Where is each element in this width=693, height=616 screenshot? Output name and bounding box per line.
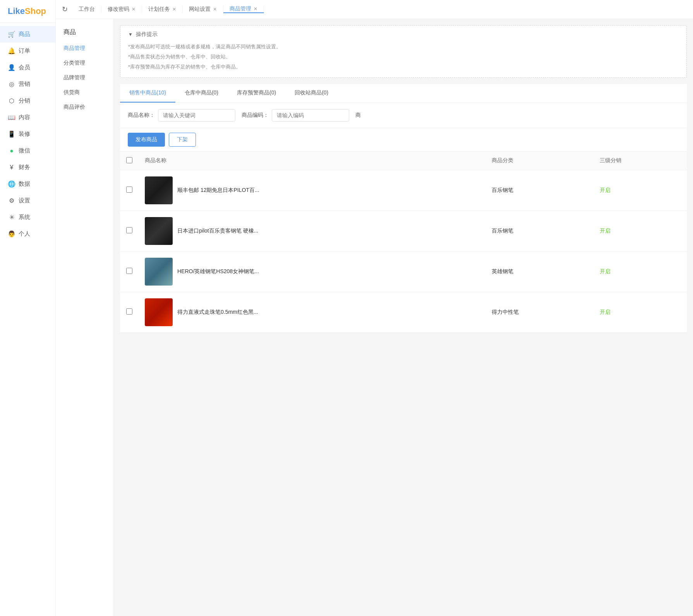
sidebar-item-goods[interactable]: 🛒 商品 xyxy=(0,26,55,43)
sidebar-item-data-label: 数据 xyxy=(19,180,30,188)
sidebar-item-finance-label: 财务 xyxy=(19,164,30,171)
chevron-down-icon: ▼ xyxy=(128,32,133,37)
data-icon: 🌐 xyxy=(8,180,15,188)
tab-change-password-close[interactable]: ✕ xyxy=(132,7,136,12)
tab-goods-management[interactable]: 商品管理 ✕ xyxy=(223,5,264,13)
row-checkbox-cell xyxy=(120,251,139,292)
refresh-button[interactable]: ↻ xyxy=(59,2,71,17)
row-category-1: 百乐钢笔 xyxy=(485,170,594,210)
product-image-4 xyxy=(145,298,173,326)
sub-nav-goods-review[interactable]: 商品评价 xyxy=(56,100,113,115)
select-all-checkbox[interactable] xyxy=(126,157,132,163)
product-tab-stock-warning[interactable]: 库存预警商品(0) xyxy=(228,84,285,103)
sidebar-item-orders-label: 订单 xyxy=(19,47,30,55)
search-extra-label: 商 xyxy=(355,112,361,119)
sidebar-item-decoration-label: 装修 xyxy=(19,130,30,138)
sidebar-item-decoration[interactable]: 📱 装修 xyxy=(0,126,55,142)
tips-line-3: *库存预警商品为库存不足的销售中、仓库中商品。 xyxy=(128,62,679,72)
sidebar-item-wechat[interactable]: ● 微信 xyxy=(0,142,55,159)
system-icon: ✳ xyxy=(8,214,15,221)
sidebar-item-distribution[interactable]: ⬡ 分销 xyxy=(0,92,55,109)
table-row: 得力直液式走珠笔0.5mm红色黑... 得力中性笔 开启 xyxy=(120,292,687,332)
sidebar-item-content[interactable]: 📖 内容 xyxy=(0,109,55,126)
table-header-checkbox xyxy=(120,152,139,170)
sub-nav-supplier[interactable]: 供货商 xyxy=(56,85,113,100)
sidebar-item-data[interactable]: 🌐 数据 xyxy=(0,176,55,192)
tab-site-settings[interactable]: 网站设置 ✕ xyxy=(183,6,223,13)
row-checkbox-4[interactable] xyxy=(126,308,132,315)
sub-nav-category-management[interactable]: 分类管理 xyxy=(56,56,113,70)
page-content: ▼ 操作提示 *发布商品时可选统一规格或者多规格，满足商品不同销售属性设置。 *… xyxy=(114,19,693,616)
row-product-cell: 得力直液式走珠笔0.5mm红色黑... xyxy=(139,292,485,332)
sidebar-item-wechat-label: 微信 xyxy=(19,147,30,154)
sidebar-item-orders[interactable]: 🔔 订单 xyxy=(0,43,55,59)
table-header-distribution: 三级分销 xyxy=(594,152,687,170)
sub-nav-goods-management[interactable]: 商品管理 xyxy=(56,41,113,56)
row-checkbox-1[interactable] xyxy=(126,187,132,193)
row-product-cell: 日本进口pilot百乐贵客钢笔 硬橡... xyxy=(139,210,485,251)
tab-goods-management-label: 商品管理 xyxy=(230,5,251,12)
sidebar-item-personal[interactable]: 👨 个人 xyxy=(0,226,55,242)
row-distribution-3: 开启 xyxy=(594,251,687,292)
row-category-4: 得力中性笔 xyxy=(485,292,594,332)
row-distribution-4: 开启 xyxy=(594,292,687,332)
row-checkbox-3[interactable] xyxy=(126,268,132,274)
tab-plan-task[interactable]: 计划任务 ✕ xyxy=(142,6,183,13)
logo: LikeShop xyxy=(0,0,55,23)
search-name-input[interactable] xyxy=(158,109,235,121)
sidebar-item-finance[interactable]: ¥ 财务 xyxy=(0,159,55,176)
row-category-2: 百乐钢笔 xyxy=(485,210,594,251)
tips-header[interactable]: ▼ 操作提示 xyxy=(128,31,679,38)
tab-change-password[interactable]: 修改密码 ✕ xyxy=(101,6,142,13)
search-name-field: 商品名称： xyxy=(128,109,235,121)
sidebar-item-personal-label: 个人 xyxy=(19,230,30,238)
table-row: HERO/英雄钢笔HS208女神钢笔... 英雄钢笔 开启 xyxy=(120,251,687,292)
sidebar-item-system[interactable]: ✳ 系统 xyxy=(0,209,55,226)
product-name-4: 得力直液式走珠笔0.5mm红色黑... xyxy=(177,309,258,316)
tab-plan-task-close[interactable]: ✕ xyxy=(172,7,176,12)
products-table: 商品名称 商品分类 三级分销 顺丰包邮 12期免息日本PILOT百... 百乐钢… xyxy=(120,152,687,333)
product-tab-warehouse[interactable]: 仓库中商品(0) xyxy=(175,84,228,103)
search-code-input[interactable] xyxy=(272,109,349,121)
tab-workbench[interactable]: 工作台 xyxy=(72,6,101,13)
row-distribution-1: 开启 xyxy=(594,170,687,210)
table-wrapper: 销售中商品(10) 仓库中商品(0) 库存预警商品(0) 回收站商品(0) 商品… xyxy=(120,84,687,333)
sub-nav-brand-management[interactable]: 品牌管理 xyxy=(56,70,113,85)
search-code-label: 商品编码： xyxy=(242,112,269,119)
product-image-3 xyxy=(145,258,173,286)
logo-shop: Shop xyxy=(25,6,46,16)
sidebar-item-settings[interactable]: ⚙ 设置 xyxy=(0,192,55,209)
tab-goods-management-close[interactable]: ✕ xyxy=(254,7,257,11)
product-name-3: HERO/英雄钢笔HS208女神钢笔... xyxy=(177,268,259,275)
sidebar-nav: 🛒 商品 🔔 订单 👤 会员 ◎ 营销 ⬡ 分销 📖 内容 📱 装修 ● xyxy=(0,23,55,616)
publish-button[interactable]: 发布商品 xyxy=(128,133,165,147)
product-tab-on-sale[interactable]: 销售中商品(10) xyxy=(120,84,175,103)
sidebar-item-members[interactable]: 👤 会员 xyxy=(0,59,55,76)
sub-sidebar: 商品 商品管理 分类管理 品牌管理 供货商 商品评价 xyxy=(56,19,114,616)
wechat-icon: ● xyxy=(8,147,15,154)
sidebar-item-settings-label: 设置 xyxy=(19,197,30,204)
tips-header-text: 操作提示 xyxy=(136,31,158,38)
search-code-field: 商品编码： xyxy=(242,109,349,121)
sub-sidebar-title: 商品 xyxy=(56,25,113,41)
takedown-button[interactable]: 下架 xyxy=(169,133,196,147)
row-checkbox-2[interactable] xyxy=(126,227,132,233)
product-name-1: 顺丰包邮 12期免息日本PILOT百... xyxy=(177,187,259,194)
sidebar-item-members-label: 会员 xyxy=(19,64,30,71)
decoration-icon: 📱 xyxy=(8,130,15,138)
marketing-icon: ◎ xyxy=(8,80,15,88)
finance-icon: ¥ xyxy=(8,164,15,171)
table-header-name: 商品名称 xyxy=(139,152,485,170)
tab-site-settings-close[interactable]: ✕ xyxy=(213,7,217,12)
logo-like: Like xyxy=(8,6,25,16)
tips-line-1: *发布商品时可选统一规格或者多规格，满足商品不同销售属性设置。 xyxy=(128,42,679,52)
product-cell-1: 顺丰包邮 12期免息日本PILOT百... xyxy=(145,176,479,204)
product-image-2 xyxy=(145,217,173,245)
members-icon: 👤 xyxy=(8,64,15,71)
tab-site-settings-label: 网站设置 xyxy=(189,6,211,13)
tips-box: ▼ 操作提示 *发布商品时可选统一规格或者多规格，满足商品不同销售属性设置。 *… xyxy=(120,25,687,78)
product-tab-recycle[interactable]: 回收站商品(0) xyxy=(285,84,338,103)
sidebar-item-marketing[interactable]: ◎ 营销 xyxy=(0,76,55,92)
settings-icon: ⚙ xyxy=(8,197,15,204)
sidebar-item-system-label: 系统 xyxy=(19,214,30,221)
